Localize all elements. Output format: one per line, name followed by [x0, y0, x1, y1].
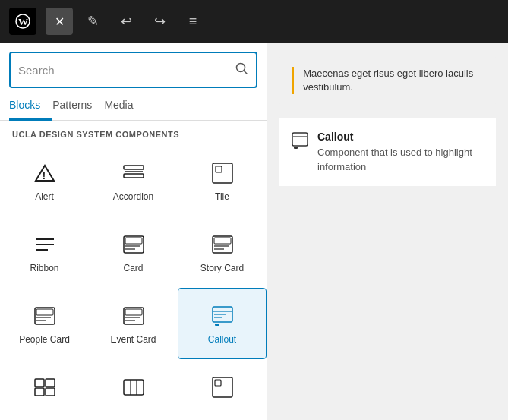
- svg-rect-26: [125, 309, 142, 315]
- callout-icon: [209, 302, 236, 330]
- block-callout-label: Callout: [208, 334, 236, 345]
- svg-rect-18: [214, 238, 231, 244]
- main-content: Blocks Patterns Media UCLA DESIGN SYSTEM…: [0, 43, 508, 420]
- redo-button[interactable]: ↪: [146, 8, 173, 35]
- callout-desc-title: Callout: [317, 131, 484, 143]
- svg-rect-22: [36, 309, 53, 315]
- close-icon: ✕: [55, 14, 65, 29]
- svg-rect-25: [124, 308, 144, 324]
- pencil-icon: ✎: [87, 13, 99, 30]
- redo-icon: ↪: [154, 13, 166, 30]
- block-row4-2[interactable]: [89, 359, 178, 420]
- block-tile-label: Tile: [215, 191, 229, 202]
- callout-accent-bar: [292, 67, 294, 94]
- svg-rect-35: [46, 379, 55, 387]
- callout-description-card: Callout Component that is used to highli…: [279, 118, 496, 185]
- block-event-card[interactable]: Event Card: [89, 288, 178, 359]
- toolbar: W ✕ ✎ ↩ ↪ ≡: [0, 0, 508, 43]
- callout-preview-text: Maecenas eget risus eget libero iaculis …: [303, 67, 484, 94]
- svg-text:W: W: [18, 16, 28, 27]
- block-people-card-label: People Card: [19, 334, 70, 345]
- tile-icon: [209, 159, 236, 187]
- search-icon: [235, 62, 248, 79]
- callout-desc-text: Component that is used to highlight info…: [317, 146, 484, 173]
- svg-rect-37: [46, 388, 55, 396]
- svg-rect-31: [215, 324, 219, 326]
- block-row4-2-icon: [120, 374, 147, 401]
- callout-desc-content: Callout Component that is used to highli…: [317, 131, 484, 173]
- tabs-bar: Blocks Patterns Media: [0, 91, 267, 121]
- tab-media[interactable]: Media: [104, 91, 145, 121]
- svg-rect-17: [213, 236, 232, 253]
- svg-rect-21: [35, 308, 55, 324]
- svg-rect-45: [294, 147, 298, 149]
- block-callout[interactable]: Callout: [178, 288, 267, 359]
- list-view-button[interactable]: ≡: [179, 8, 207, 35]
- undo-button[interactable]: ↩: [112, 8, 140, 35]
- svg-rect-5: [124, 166, 144, 169]
- block-ribbon-label: Ribbon: [30, 263, 58, 273]
- search-input[interactable]: [18, 64, 235, 77]
- search-box: [9, 52, 257, 88]
- undo-icon: ↩: [121, 13, 132, 30]
- block-ribbon[interactable]: Ribbon: [0, 216, 89, 288]
- left-panel: Blocks Patterns Media UCLA DESIGN SYSTEM…: [0, 43, 267, 420]
- svg-rect-42: [215, 380, 221, 386]
- list-icon: ≡: [189, 14, 197, 30]
- accordion-icon: [120, 159, 147, 187]
- block-row4-3-icon: [209, 374, 236, 401]
- ribbon-icon: [31, 231, 58, 258]
- svg-text:!: !: [42, 170, 45, 182]
- right-panel: Maecenas eget risus eget libero iaculis …: [267, 43, 508, 420]
- block-people-card[interactable]: People Card: [0, 288, 89, 359]
- section-heading: UCLA DESIGN SYSTEM COMPONENTS: [0, 121, 267, 145]
- block-row4-1[interactable]: [0, 359, 89, 420]
- alert-icon: !: [31, 159, 58, 187]
- svg-rect-14: [125, 238, 142, 244]
- block-card[interactable]: Card: [89, 216, 178, 288]
- block-accordion-label: Accordion: [113, 191, 153, 202]
- svg-line-3: [245, 71, 248, 74]
- svg-rect-7: [124, 174, 144, 178]
- wp-logo: W: [9, 8, 36, 35]
- tab-blocks[interactable]: Blocks: [9, 91, 52, 121]
- svg-rect-41: [213, 377, 232, 397]
- callout-desc-icon: [292, 132, 308, 153]
- block-row4-3[interactable]: [178, 359, 267, 420]
- close-button[interactable]: ✕: [46, 8, 73, 35]
- people-card-icon: [31, 302, 58, 330]
- svg-rect-9: [216, 166, 222, 172]
- svg-point-2: [237, 63, 245, 71]
- block-alert[interactable]: ! Alert: [0, 145, 89, 216]
- block-tile[interactable]: Tile: [178, 145, 267, 216]
- blocks-grid: ! Alert Accordion: [0, 145, 267, 420]
- svg-rect-13: [124, 236, 144, 253]
- callout-preview-bar: Maecenas eget risus eget libero iaculis …: [279, 55, 496, 106]
- svg-rect-36: [35, 388, 44, 396]
- callout-preview-card: Maecenas eget risus eget libero iaculis …: [279, 55, 496, 106]
- event-card-icon: [120, 302, 147, 330]
- block-event-card-label: Event Card: [110, 334, 156, 345]
- block-alert-label: Alert: [35, 191, 54, 202]
- svg-rect-43: [292, 133, 308, 146]
- card-icon: [120, 231, 147, 258]
- search-section: [0, 43, 267, 88]
- block-story-card-label: Story Card: [200, 263, 244, 273]
- edit-button[interactable]: ✎: [79, 8, 106, 35]
- story-card-icon: [209, 231, 236, 258]
- tab-patterns[interactable]: Patterns: [52, 91, 104, 121]
- block-card-label: Card: [123, 263, 143, 273]
- block-row4-1-icon: [31, 374, 58, 401]
- block-story-card[interactable]: Story Card: [178, 216, 267, 288]
- block-accordion[interactable]: Accordion: [89, 145, 178, 216]
- svg-rect-34: [35, 379, 44, 387]
- svg-rect-38: [124, 380, 144, 395]
